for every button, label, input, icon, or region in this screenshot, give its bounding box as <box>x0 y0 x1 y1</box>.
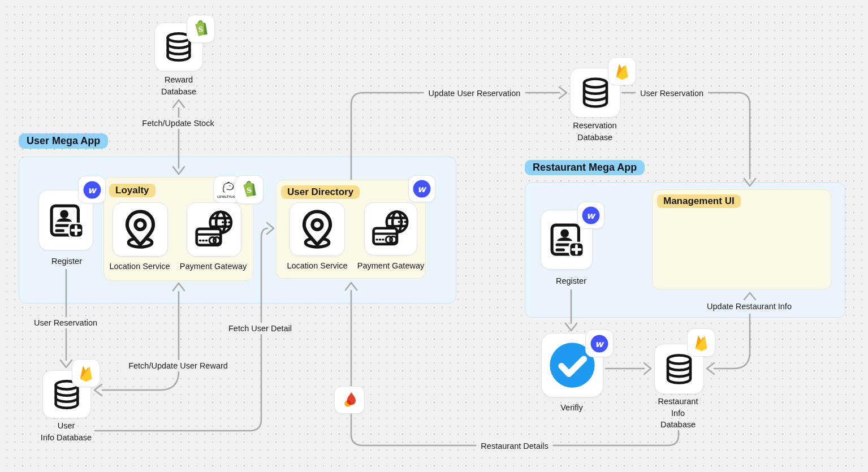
payment-gateway-icon <box>369 207 413 251</box>
webflow-icon[interactable] <box>408 175 435 202</box>
node-label-register-user: Register <box>51 256 82 267</box>
container-title-user-mega-app: User Mega App <box>19 133 108 149</box>
location-pin-icon <box>118 207 162 252</box>
node-label-user-info-database: User Info Database <box>41 420 92 443</box>
edge-label-fetch-update-stock: Fetch/Update Stock <box>137 118 218 129</box>
node-loyalty-payment-gateway[interactable] <box>187 202 241 257</box>
node-label-restaurant-info-database: Restaurant Info Database <box>658 396 698 431</box>
diagram-canvas[interactable]: User Mega App Restaurant Mega App Loyalt… <box>0 0 868 472</box>
webflow-icon[interactable] <box>585 330 614 357</box>
webflow-icon[interactable] <box>78 176 106 203</box>
shopify-icon[interactable] <box>235 175 264 204</box>
node-loyalty-location-service[interactable] <box>113 202 168 257</box>
node-label-directory-location-service: Location Service <box>287 260 347 272</box>
node-label-directory-payment-gateway: Payment Gateway <box>357 260 424 272</box>
shopify-icon[interactable] <box>187 15 215 43</box>
group-title-loyalty: Loyalty <box>109 184 156 197</box>
edge-label-user-reservation-left: User Reservation <box>29 317 102 328</box>
flame-icon[interactable] <box>334 386 365 414</box>
edge-label-update-user-reservation: Update User Reservation <box>424 88 525 99</box>
node-label-reservation-database: Reservation Database <box>573 120 616 143</box>
edge-label-fetch-update-user-reward: Fetch/Update User Reward <box>124 360 232 371</box>
firebase-icon[interactable] <box>687 328 715 357</box>
location-pin-icon <box>295 207 339 252</box>
group-title-user-directory: User Directory <box>281 185 360 199</box>
node-label-verify: Verifly <box>560 402 583 414</box>
payment-gateway-icon <box>192 207 237 252</box>
group-title-management-ui: Management UI <box>657 194 741 208</box>
node-label-register-restaurant: Register <box>556 275 586 287</box>
webflow-icon[interactable] <box>577 202 604 229</box>
edge-verify-to-restaurant-db[interactable] <box>606 363 651 374</box>
edge-label-fetch-user-detail: Fetch User Detail <box>224 323 296 334</box>
edge-label-update-restaurant-info: Update Restaurant Info <box>702 301 796 312</box>
container-title-restaurant-mega-app: Restaurant Mega App <box>525 160 645 175</box>
node-label-loyalty-location-service: Location Service <box>109 261 170 272</box>
edge-label-user-reservation-right: User Reservation <box>636 88 708 99</box>
register-icon <box>46 200 87 241</box>
node-directory-location-service[interactable] <box>290 202 345 256</box>
firebase-icon[interactable] <box>72 359 100 387</box>
edge-label-restaurant-details: Restaurant Details <box>476 440 552 452</box>
node-label-loyalty-payment-gateway: Payment Gateway <box>180 261 247 272</box>
firebase-icon[interactable] <box>608 57 636 85</box>
node-label-reward-database: Reward Database <box>161 74 196 97</box>
node-directory-payment-gateway[interactable] <box>364 202 417 256</box>
